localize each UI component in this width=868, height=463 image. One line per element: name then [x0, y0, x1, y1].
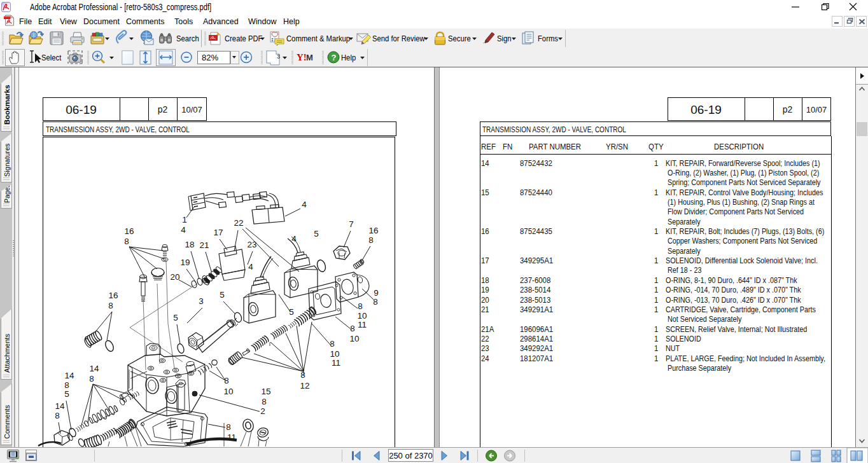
svg-text:10: 10	[357, 311, 367, 321]
svg-text:11: 11	[358, 320, 367, 329]
svg-text:8: 8	[373, 297, 378, 307]
svg-text:8: 8	[330, 339, 335, 349]
svg-text:19: 19	[180, 258, 190, 267]
svg-text:8: 8	[350, 324, 355, 333]
svg-text:5: 5	[220, 290, 225, 300]
svg-text:Y!: Y!	[297, 52, 307, 62]
svg-text:12: 12	[300, 381, 309, 390]
svg-text:4: 4	[302, 200, 307, 209]
svg-text:8: 8	[108, 301, 113, 310]
svg-text:16: 16	[368, 226, 378, 235]
svg-text:8: 8	[368, 235, 374, 245]
svg-text:9: 9	[374, 288, 379, 298]
svg-text:10: 10	[349, 334, 359, 343]
svg-text:20: 20	[170, 272, 179, 282]
svg-text:14: 14	[55, 401, 65, 411]
svg-text:5: 5	[314, 229, 319, 238]
svg-text:5: 5	[64, 389, 69, 399]
svg-text:3: 3	[199, 296, 204, 306]
svg-text:4: 4	[181, 225, 186, 235]
svg-text:3: 3	[277, 53, 280, 60]
svg-text:4: 4	[248, 262, 253, 272]
svg-text:14: 14	[64, 371, 74, 380]
svg-text:16: 16	[108, 291, 118, 300]
svg-text:8: 8	[358, 301, 363, 311]
svg-text:7: 7	[349, 219, 354, 229]
svg-text:1: 1	[182, 215, 187, 225]
svg-text:M: M	[306, 53, 313, 62]
svg-text:5: 5	[289, 307, 294, 317]
svg-text:15: 15	[261, 387, 270, 396]
svg-text:18: 18	[185, 240, 194, 249]
svg-text:10: 10	[223, 387, 233, 396]
svg-text:8: 8	[226, 422, 231, 432]
svg-text:8: 8	[262, 397, 267, 406]
svg-text:17: 17	[213, 228, 223, 237]
svg-text:8: 8	[55, 411, 60, 420]
svg-text:22: 22	[234, 218, 243, 228]
svg-text:8: 8	[224, 376, 229, 385]
svg-text:?: ?	[332, 53, 337, 62]
svg-text:5: 5	[173, 313, 178, 322]
svg-text:10: 10	[330, 349, 339, 359]
svg-text:16: 16	[124, 226, 134, 236]
svg-text:11: 11	[332, 358, 340, 368]
svg-text:8: 8	[124, 237, 129, 246]
svg-text:8: 8	[64, 380, 69, 390]
svg-text:14: 14	[89, 364, 99, 373]
svg-text:2: 2	[260, 406, 265, 416]
svg-text:21: 21	[199, 240, 209, 250]
svg-text:8: 8	[89, 374, 94, 384]
svg-text:23: 23	[247, 240, 256, 249]
